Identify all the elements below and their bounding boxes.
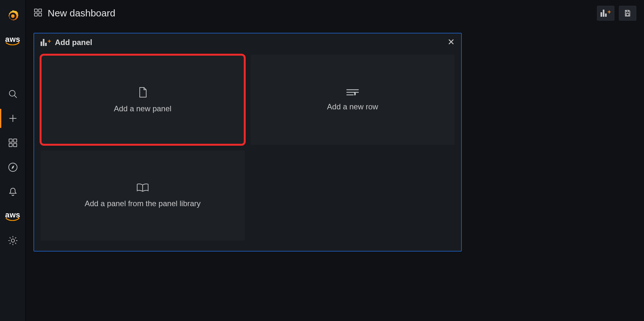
sidebar-item-create[interactable] [0, 106, 26, 131]
wrap-icon [346, 88, 360, 96]
grafana-logo-icon [6, 9, 20, 23]
svg-rect-5 [14, 139, 17, 142]
svg-rect-11 [34, 9, 37, 12]
option-label: Add a panel from the panel library [85, 199, 201, 208]
option-panel-library[interactable]: Add a panel from the panel library [41, 151, 245, 241]
add-panel-icon: + [41, 39, 51, 46]
page-title: New dashboard [48, 8, 115, 19]
svg-rect-7 [14, 143, 17, 147]
aws-logo-icon: aws [5, 211, 20, 221]
svg-rect-15 [626, 14, 629, 16]
sidebar-item-explore[interactable] [0, 155, 26, 179]
option-label: Add a new row [327, 102, 378, 111]
svg-rect-14 [39, 13, 42, 16]
svg-rect-13 [34, 13, 37, 16]
svg-rect-6 [9, 143, 12, 147]
add-panel-icon: + [601, 10, 611, 17]
add-panel-title: Add panel [55, 38, 92, 47]
option-label: Add a new panel [114, 104, 172, 113]
close-button[interactable] [448, 38, 455, 47]
book-icon [136, 183, 149, 193]
save-dashboard-button[interactable] [619, 6, 636, 21]
sidebar-item-aws[interactable]: aws [0, 28, 26, 53]
file-icon [137, 86, 149, 98]
aws-logo-icon: aws [5, 35, 20, 46]
option-add-new-panel[interactable]: Add a new panel [41, 55, 245, 145]
add-panel-button[interactable]: + [597, 6, 614, 21]
sidebar-item-alerting[interactable] [0, 179, 26, 204]
svg-rect-12 [39, 9, 42, 12]
sidebar-item-configuration[interactable] [0, 228, 26, 253]
gear-icon [8, 235, 18, 246]
breadcrumb: New dashboard [33, 8, 115, 19]
save-icon [624, 9, 631, 17]
sidebar-item-search[interactable] [0, 82, 26, 106]
main-area: + Add panel Add a new panel [26, 26, 644, 321]
search-icon [8, 89, 18, 99]
close-icon [448, 38, 455, 45]
bell-icon [8, 187, 18, 197]
add-panel-header: + Add panel [34, 33, 461, 51]
svg-rect-4 [9, 139, 12, 142]
sidebar-item-dashboards[interactable] [0, 131, 26, 155]
dashboards-icon [8, 138, 18, 148]
dashboards-icon [33, 8, 43, 18]
plus-icon [8, 114, 18, 123]
svg-point-0 [9, 90, 15, 96]
left-sidebar: aws aws [0, 0, 26, 321]
svg-point-10 [11, 239, 14, 242]
sidebar-item-grafana[interactable] [0, 4, 26, 28]
compass-icon [8, 162, 18, 172]
sidebar-item-aws-2[interactable]: aws [0, 204, 26, 228]
svg-line-1 [14, 96, 17, 98]
add-panel-container: + Add panel Add a new panel [33, 33, 462, 252]
add-panel-options-grid: Add a new panel Add a new row Add a pane… [34, 51, 461, 247]
option-add-new-row[interactable]: Add a new row [251, 55, 455, 145]
svg-marker-9 [12, 165, 14, 169]
top-bar: New dashboard + [26, 0, 644, 26]
